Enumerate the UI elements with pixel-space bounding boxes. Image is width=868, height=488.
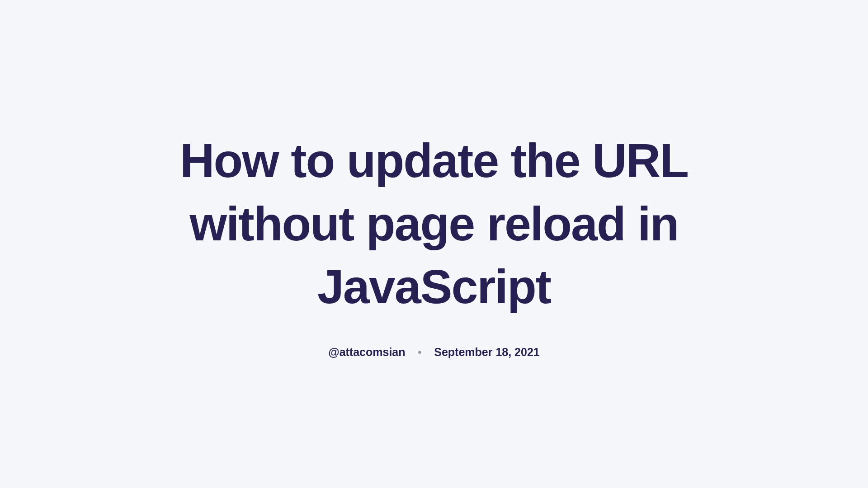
meta-separator-icon: • [418, 347, 422, 357]
article-date: September 18, 2021 [434, 346, 539, 359]
article-meta: @attacomsian • September 18, 2021 [328, 346, 539, 359]
article-title: How to update the URL without page reloa… [136, 129, 732, 319]
article-author[interactable]: @attacomsian [328, 346, 405, 359]
article-header: How to update the URL without page reloa… [118, 129, 750, 359]
